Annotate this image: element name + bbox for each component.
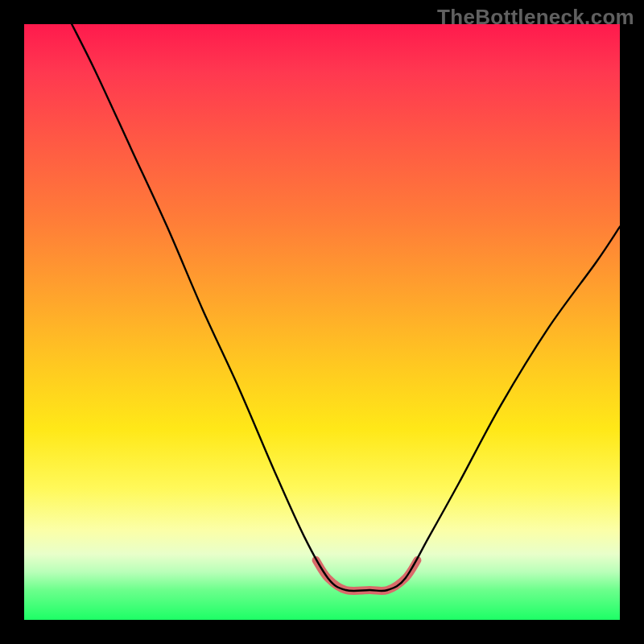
curve-layer (24, 24, 620, 620)
main-curve (72, 24, 620, 591)
chart-frame: TheBottleneck.com (0, 0, 644, 644)
valley-highlight (316, 560, 418, 591)
plot-area (24, 24, 620, 620)
